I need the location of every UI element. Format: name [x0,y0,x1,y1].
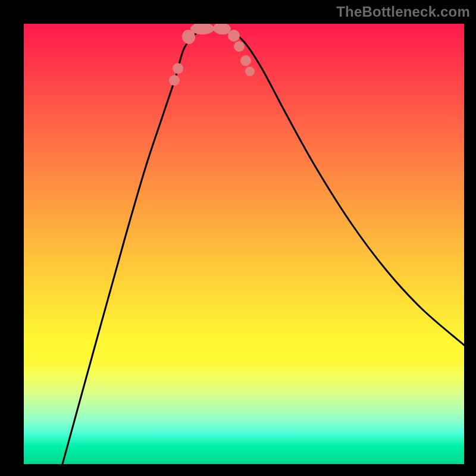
curve-marker [234,41,245,52]
plot-area [24,24,464,464]
curve-marker [173,63,183,74]
curve-marker [169,75,180,86]
curve-marker [240,55,251,66]
curve-marker [245,67,255,76]
chart-frame: TheBottleneck.com [0,0,476,476]
markers-group [169,24,255,86]
curve-marker [190,24,214,35]
watermark-text: TheBottleneck.com [336,4,470,20]
curve-path-group [62,27,464,464]
curve-marker [180,28,198,46]
curve-svg [24,24,464,464]
bottleneck-curve [62,27,464,464]
curve-marker [212,24,231,36]
curve-marker [228,30,240,42]
